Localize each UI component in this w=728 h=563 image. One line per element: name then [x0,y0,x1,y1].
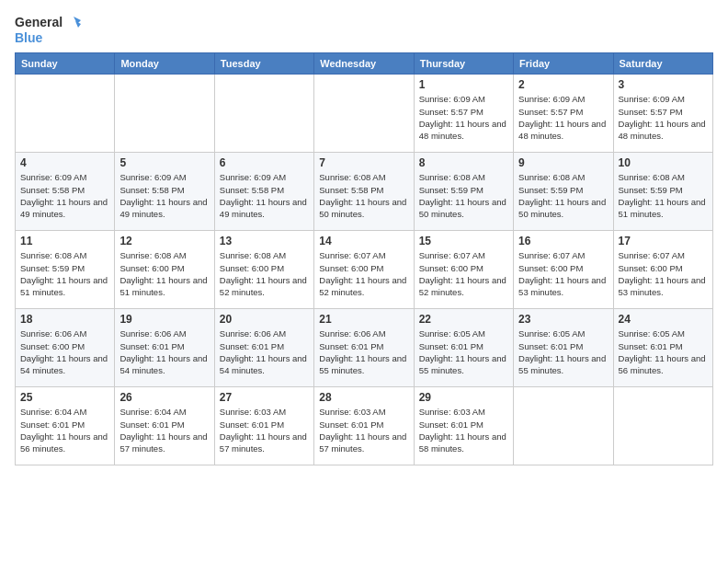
calendar-day-cell: 15Sunrise: 6:07 AM Sunset: 6:00 PM Dayli… [414,231,513,309]
calendar-day-cell [514,387,613,465]
logo-blue: Blue [15,31,81,45]
calendar-day-cell [613,387,712,465]
day-info: Sunrise: 6:05 AM Sunset: 6:01 PM Dayligh… [619,327,708,376]
day-number: 29 [419,391,508,404]
calendar-day-cell [115,75,214,153]
calendar-day-cell: 11Sunrise: 6:08 AM Sunset: 5:59 PM Dayli… [16,231,115,309]
day-info: Sunrise: 6:05 AM Sunset: 6:01 PM Dayligh… [518,327,608,376]
day-info: Sunrise: 6:04 AM Sunset: 6:01 PM Dayligh… [119,406,209,454]
calendar-day-cell: 12Sunrise: 6:08 AM Sunset: 6:00 PM Dayli… [115,231,214,309]
day-number: 17 [619,235,708,247]
day-number: 10 [619,156,708,169]
logo: General Blue [15,15,81,45]
day-info: Sunrise: 6:08 AM Sunset: 5:59 PM Dayligh… [419,171,508,220]
day-number: 22 [419,313,508,326]
day-info: Sunrise: 6:03 AM Sunset: 6:01 PM Dayligh… [419,406,508,454]
calendar-day-cell: 29Sunrise: 6:03 AM Sunset: 6:01 PM Dayli… [414,387,513,465]
logo-container: General Blue [15,15,81,45]
day-number: 26 [119,391,209,404]
calendar-day-cell: 17Sunrise: 6:07 AM Sunset: 6:00 PM Dayli… [613,231,712,309]
calendar-day-cell: 24Sunrise: 6:05 AM Sunset: 6:01 PM Dayli… [613,309,712,387]
calendar-week-row: 4Sunrise: 6:09 AM Sunset: 5:58 PM Daylig… [16,153,713,231]
day-number: 18 [20,313,109,326]
day-info: Sunrise: 6:03 AM Sunset: 6:01 PM Dayligh… [319,406,408,454]
day-info: Sunrise: 6:08 AM Sunset: 6:00 PM Dayligh… [119,249,209,298]
day-info: Sunrise: 6:08 AM Sunset: 5:59 PM Dayligh… [518,171,608,220]
day-info: Sunrise: 6:06 AM Sunset: 6:00 PM Dayligh… [20,327,109,376]
calendar-day-cell [314,75,414,153]
calendar-day-cell: 18Sunrise: 6:06 AM Sunset: 6:00 PM Dayli… [16,309,115,387]
calendar-day-cell [214,75,313,153]
day-number: 11 [20,235,109,247]
calendar-header-cell: Saturday [613,53,712,75]
day-number: 25 [20,391,109,404]
day-number: 2 [518,78,608,91]
calendar-header-row: SundayMondayTuesdayWednesdayThursdayFrid… [16,53,713,75]
day-info: Sunrise: 6:07 AM Sunset: 6:00 PM Dayligh… [419,249,508,298]
calendar-week-row: 25Sunrise: 6:04 AM Sunset: 6:01 PM Dayli… [16,387,713,465]
day-number: 8 [419,156,508,169]
calendar-day-cell: 3Sunrise: 6:09 AM Sunset: 5:57 PM Daylig… [613,75,712,153]
calendar-day-cell: 10Sunrise: 6:08 AM Sunset: 5:59 PM Dayli… [613,153,712,231]
calendar-header-cell: Wednesday [314,53,414,75]
day-number: 19 [119,313,209,326]
calendar-week-row: 18Sunrise: 6:06 AM Sunset: 6:00 PM Dayli… [16,309,713,387]
day-number: 3 [619,78,708,91]
day-number: 9 [518,156,608,169]
day-info: Sunrise: 6:09 AM Sunset: 5:58 PM Dayligh… [220,171,309,220]
day-number: 4 [20,156,109,169]
day-info: Sunrise: 6:07 AM Sunset: 6:00 PM Dayligh… [619,249,708,298]
day-info: Sunrise: 6:07 AM Sunset: 6:00 PM Dayligh… [319,249,408,298]
calendar-day-cell: 19Sunrise: 6:06 AM Sunset: 6:01 PM Dayli… [115,309,214,387]
day-info: Sunrise: 6:09 AM Sunset: 5:58 PM Dayligh… [20,171,109,220]
day-number: 13 [220,235,309,247]
day-number: 6 [220,156,309,169]
day-info: Sunrise: 6:08 AM Sunset: 6:00 PM Dayligh… [220,249,309,298]
calendar-day-cell: 26Sunrise: 6:04 AM Sunset: 6:01 PM Dayli… [115,387,214,465]
logo-general: General [15,16,63,29]
calendar-day-cell: 27Sunrise: 6:03 AM Sunset: 6:01 PM Dayli… [214,387,313,465]
calendar-header-cell: Tuesday [214,53,313,75]
calendar-header-cell: Thursday [414,53,513,75]
day-info: Sunrise: 6:06 AM Sunset: 6:01 PM Dayligh… [119,327,209,376]
day-info: Sunrise: 6:06 AM Sunset: 6:01 PM Dayligh… [220,327,309,376]
day-number: 1 [419,78,508,91]
day-number: 20 [220,313,309,326]
calendar-table: SundayMondayTuesdayWednesdayThursdayFrid… [15,52,713,465]
calendar-day-cell: 5Sunrise: 6:09 AM Sunset: 5:58 PM Daylig… [115,153,214,231]
calendar-day-cell: 16Sunrise: 6:07 AM Sunset: 6:00 PM Dayli… [514,231,613,309]
calendar-header-cell: Sunday [16,53,115,75]
day-info: Sunrise: 6:04 AM Sunset: 6:01 PM Dayligh… [20,406,109,454]
calendar-day-cell: 13Sunrise: 6:08 AM Sunset: 6:00 PM Dayli… [214,231,313,309]
logo-bird-icon [64,15,81,31]
calendar-day-cell: 8Sunrise: 6:08 AM Sunset: 5:59 PM Daylig… [414,153,513,231]
day-info: Sunrise: 6:05 AM Sunset: 6:01 PM Dayligh… [419,327,508,376]
calendar-header-cell: Friday [514,53,613,75]
header: General Blue [15,15,713,45]
day-info: Sunrise: 6:08 AM Sunset: 5:59 PM Dayligh… [20,249,109,298]
calendar-day-cell: 25Sunrise: 6:04 AM Sunset: 6:01 PM Dayli… [16,387,115,465]
calendar-body: 1Sunrise: 6:09 AM Sunset: 5:57 PM Daylig… [16,75,713,465]
day-info: Sunrise: 6:03 AM Sunset: 6:01 PM Dayligh… [220,406,309,454]
calendar-day-cell: 20Sunrise: 6:06 AM Sunset: 6:01 PM Dayli… [214,309,313,387]
day-number: 7 [319,156,408,169]
day-info: Sunrise: 6:07 AM Sunset: 6:00 PM Dayligh… [518,249,608,298]
day-number: 24 [619,313,708,326]
day-number: 16 [518,235,608,247]
calendar-day-cell: 6Sunrise: 6:09 AM Sunset: 5:58 PM Daylig… [214,153,313,231]
day-info: Sunrise: 6:09 AM Sunset: 5:58 PM Dayligh… [119,171,209,220]
calendar-day-cell: 1Sunrise: 6:09 AM Sunset: 5:57 PM Daylig… [414,75,513,153]
day-info: Sunrise: 6:08 AM Sunset: 5:59 PM Dayligh… [619,171,708,220]
calendar-header-cell: Monday [115,53,214,75]
calendar-day-cell: 23Sunrise: 6:05 AM Sunset: 6:01 PM Dayli… [514,309,613,387]
day-number: 5 [119,156,209,169]
day-info: Sunrise: 6:06 AM Sunset: 6:01 PM Dayligh… [319,327,408,376]
calendar-day-cell: 4Sunrise: 6:09 AM Sunset: 5:58 PM Daylig… [16,153,115,231]
day-number: 15 [419,235,508,247]
day-number: 23 [518,313,608,326]
day-number: 12 [119,235,209,247]
calendar-day-cell: 28Sunrise: 6:03 AM Sunset: 6:01 PM Dayli… [314,387,414,465]
calendar-day-cell: 14Sunrise: 6:07 AM Sunset: 6:00 PM Dayli… [314,231,414,309]
calendar-week-row: 1Sunrise: 6:09 AM Sunset: 5:57 PM Daylig… [16,75,713,153]
calendar-day-cell [16,75,115,153]
